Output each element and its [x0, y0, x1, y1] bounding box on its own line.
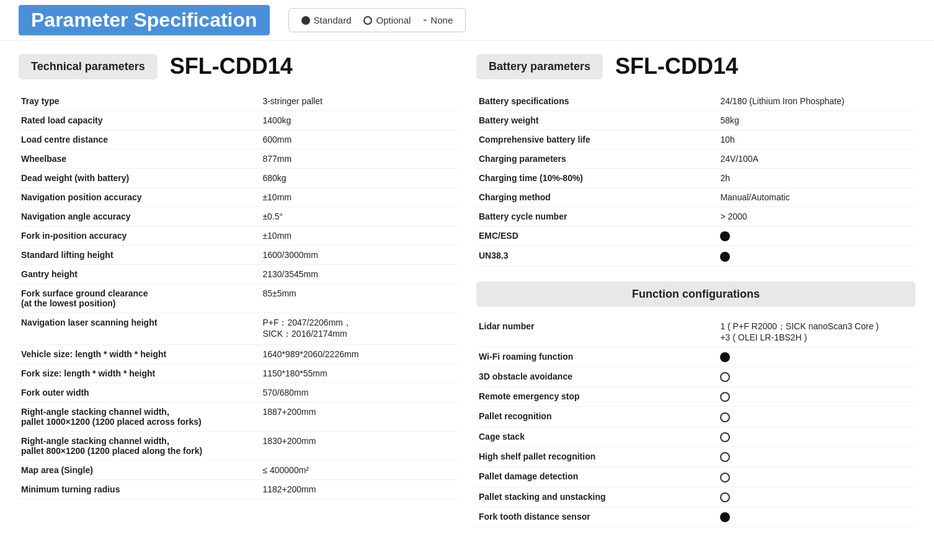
param-value: Manual/Automatic: [718, 188, 915, 207]
param-value: 58kg: [718, 111, 915, 130]
param-value: 24V/100A: [718, 149, 915, 169]
param-value: [718, 387, 915, 407]
table-row: 3D obstacle avoidance: [476, 367, 915, 386]
param-value: ±0.5°: [260, 207, 458, 226]
param-value: > 2000: [718, 207, 915, 226]
func-section-label: Function configurations: [476, 282, 915, 307]
table-row: Battery specifications24/180 (Lithium Ir…: [476, 92, 915, 111]
table-row: Charging methodManual/Automatic: [476, 188, 915, 207]
table-row: Lidar number1 ( P+F R2000；SICK nanoScan3…: [476, 317, 915, 347]
table-row: Standard lifting height1600/3000mm: [19, 246, 458, 265]
table-row: Navigation laser scanning heightP+F：2047…: [19, 313, 458, 345]
filled-dot-icon: [720, 512, 730, 522]
param-value: [718, 427, 915, 447]
battery-section-header: Battery parameters SFL-CDD14: [476, 53, 915, 79]
param-label: Tray type: [19, 92, 260, 111]
param-label: Charging parameters: [476, 149, 718, 169]
table-row: Pallet stacking and unstacking: [476, 487, 915, 507]
legend: Standard Optional - None: [288, 8, 466, 32]
table-row: Gantry height2130/3545mm: [19, 265, 458, 284]
empty-dot-icon: [720, 492, 730, 502]
table-row: Vehicle size: length * width * height164…: [19, 345, 458, 364]
param-label: Vehicle size: length * width * height: [19, 345, 260, 364]
param-label: Gantry height: [19, 265, 260, 284]
none-label: None: [430, 15, 453, 25]
param-label: Pallet damage detection: [476, 467, 718, 487]
battery-model: SFL-CDD14: [615, 53, 738, 79]
optional-icon: [363, 16, 372, 25]
param-label: High shelf pallet recognition: [476, 447, 718, 467]
table-row: Wheelbase877mm: [19, 149, 458, 169]
param-value: 2h: [718, 169, 915, 188]
tech-param-table: Tray type3-stringer palletRated load cap…: [19, 92, 458, 499]
table-row: Wi-Fi roaming function: [476, 347, 915, 367]
battery-section-label: Battery parameters: [476, 54, 603, 79]
param-label: Right-angle stacking channel width,palle…: [19, 402, 260, 432]
main-content: Technical parameters SFL-CDD14 Tray type…: [0, 41, 934, 540]
legend-none: - None: [423, 14, 453, 27]
param-label: UN38.3: [476, 246, 718, 266]
table-row: Fork outer width570/680mm: [19, 383, 458, 402]
empty-dot-icon: [720, 392, 730, 402]
param-label: Pallet recognition: [476, 407, 718, 427]
param-value: 600mm: [260, 130, 458, 149]
tech-section-header: Technical parameters SFL-CDD14: [19, 53, 458, 79]
param-label: Map area (Single): [19, 461, 260, 480]
param-value: 570/680mm: [260, 383, 458, 402]
param-label: Battery weight: [476, 111, 718, 130]
empty-dot-icon: [720, 473, 730, 482]
table-row: Remote emergency stop: [476, 387, 915, 407]
param-value: ±10mm: [260, 188, 458, 207]
param-value: 1887+200mm: [260, 402, 458, 432]
table-row: Fork surface ground clearance(at the low…: [19, 284, 458, 313]
param-value: 24/180 (Lithium Iron Phosphate): [718, 92, 915, 111]
table-row: UN38.3: [476, 246, 915, 266]
param-label: Remote emergency stop: [476, 387, 718, 407]
table-row: Pallet recognition: [476, 407, 915, 427]
table-row: Battery cycle number> 2000: [476, 207, 915, 226]
param-value: 1 ( P+F R2000；SICK nanoScan3 Core )+3 ( …: [718, 317, 915, 347]
optional-label: Optional: [376, 15, 411, 25]
table-row: Navigation position accuracy±10mm: [19, 188, 458, 207]
param-value: 1182+200mm: [260, 480, 458, 499]
standard-label: Standard: [314, 15, 352, 25]
page-header: Parameter Specification Standard Optiona…: [0, 0, 934, 41]
param-label: Minimum turning radius: [19, 480, 260, 499]
table-row: Fork in-position accuracy±10mm: [19, 226, 458, 246]
table-row: Rated load capacity1400kg: [19, 111, 458, 130]
param-value: [718, 447, 915, 467]
table-row: Right-angle stacking channel width,palle…: [19, 432, 458, 461]
tech-section-label: Technical parameters: [19, 54, 158, 79]
table-row: EMC/ESD: [476, 226, 915, 246]
param-value: 1640*989*2060/2226mm: [260, 345, 458, 364]
func-param-table: Lidar number1 ( P+F R2000；SICK nanoScan3…: [476, 317, 915, 528]
table-row: Dead weight (with battery)680kg: [19, 169, 458, 188]
param-value: [718, 347, 915, 367]
param-value: [718, 226, 915, 246]
param-value: P+F：2047/2206mm，SICK：2016/2174mm: [260, 313, 458, 345]
empty-dot-icon: [720, 452, 730, 462]
param-value: 680kg: [260, 169, 458, 188]
table-row: Minimum turning radius1182+200mm: [19, 480, 458, 499]
table-row: Charging time (10%-80%)2h: [476, 169, 915, 188]
table-row: Right-angle stacking channel width,palle…: [19, 402, 458, 432]
param-label: Fork in-position accuracy: [19, 226, 260, 246]
param-label: Navigation position accuracy: [19, 188, 260, 207]
none-icon: -: [423, 14, 427, 27]
table-row: Comprehensive battery life10h: [476, 130, 915, 149]
param-label: Navigation angle accuracy: [19, 207, 260, 226]
param-value: 877mm: [260, 149, 458, 169]
tech-model: SFL-CDD14: [170, 53, 293, 79]
battery-param-table: Battery specifications24/180 (Lithium Ir…: [476, 92, 915, 267]
filled-dot-icon: [720, 252, 730, 262]
param-value: 1400kg: [260, 111, 458, 130]
param-value: [718, 407, 915, 427]
legend-standard: Standard: [301, 15, 352, 25]
param-value: ±10mm: [260, 226, 458, 246]
param-label: Fork outer width: [19, 383, 260, 402]
param-value: ≤ 400000m²: [260, 461, 458, 480]
param-value: 1600/3000mm: [260, 246, 458, 265]
left-panel: Technical parameters SFL-CDD14 Tray type…: [19, 53, 458, 527]
right-panel: Battery parameters SFL-CDD14 Battery spe…: [476, 53, 915, 527]
param-value: [718, 367, 915, 386]
